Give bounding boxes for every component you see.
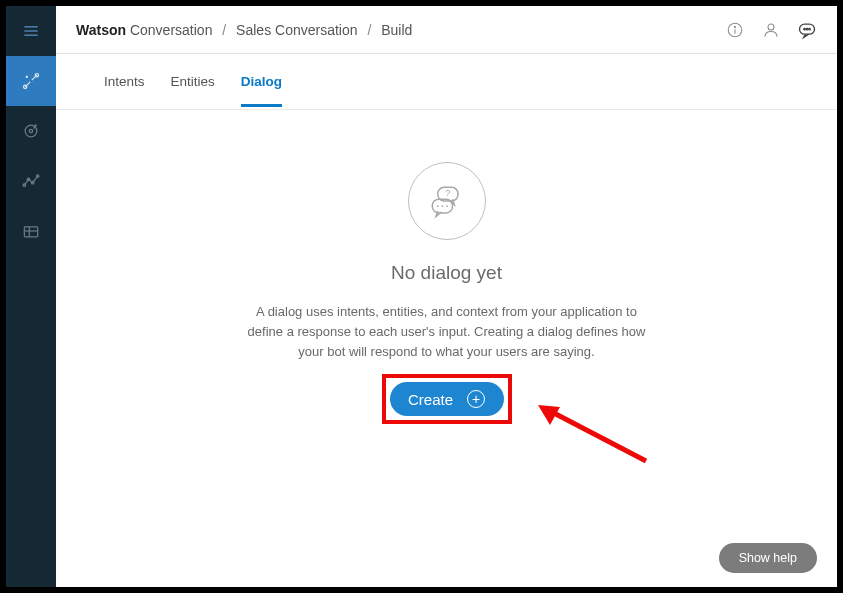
svg-point-7 bbox=[23, 184, 26, 187]
svg-text:?: ? bbox=[445, 188, 450, 198]
svg-point-16 bbox=[734, 26, 735, 27]
show-help-button[interactable]: Show help bbox=[719, 543, 817, 573]
tab-dialog[interactable]: Dialog bbox=[241, 56, 282, 107]
create-button[interactable]: Create + bbox=[390, 382, 504, 416]
svg-point-27 bbox=[446, 205, 448, 207]
sidebar-item-credentials[interactable] bbox=[6, 206, 56, 256]
user-icon[interactable] bbox=[761, 20, 781, 40]
svg-point-19 bbox=[804, 28, 806, 30]
svg-point-6 bbox=[29, 129, 32, 132]
breadcrumb-separator: / bbox=[361, 22, 377, 38]
breadcrumb-separator: / bbox=[216, 22, 232, 38]
empty-state-description: A dialog uses intents, entities, and con… bbox=[247, 302, 647, 362]
app-window: Watson Conversation / Sales Conversation… bbox=[6, 6, 837, 587]
header: Watson Conversation / Sales Conversation… bbox=[56, 6, 837, 54]
create-button-label: Create bbox=[408, 391, 453, 408]
sidebar-item-improve[interactable] bbox=[6, 106, 56, 156]
svg-point-26 bbox=[441, 205, 443, 207]
svg-rect-11 bbox=[24, 227, 37, 237]
svg-point-25 bbox=[436, 205, 438, 207]
sidebar-item-metrics[interactable] bbox=[6, 156, 56, 206]
empty-state-illustration: ? bbox=[408, 162, 486, 240]
breadcrumb: Watson Conversation / Sales Conversation… bbox=[76, 22, 412, 38]
sidebar bbox=[6, 6, 56, 587]
breadcrumb-product-bold: Watson bbox=[76, 22, 126, 38]
empty-state-title: No dialog yet bbox=[391, 262, 502, 284]
create-button-wrapper: Create + bbox=[390, 382, 504, 416]
main-content: ? No dialog yet A dialog uses intents, e… bbox=[56, 110, 837, 587]
chat-icon[interactable] bbox=[797, 20, 817, 40]
header-actions bbox=[725, 20, 817, 40]
tab-entities[interactable]: Entities bbox=[171, 56, 215, 107]
svg-point-20 bbox=[806, 28, 808, 30]
breadcrumb-product-rest: Conversation bbox=[130, 22, 213, 38]
breadcrumb-workspace[interactable]: Sales Conversation bbox=[236, 22, 357, 38]
menu-button[interactable] bbox=[6, 6, 56, 56]
breadcrumb-section: Build bbox=[381, 22, 412, 38]
plus-icon: + bbox=[467, 390, 485, 408]
svg-point-17 bbox=[768, 24, 774, 30]
sidebar-item-build[interactable] bbox=[6, 56, 56, 106]
tabs: Intents Entities Dialog bbox=[56, 54, 837, 110]
tab-intents[interactable]: Intents bbox=[104, 56, 145, 107]
svg-point-21 bbox=[809, 28, 811, 30]
info-icon[interactable] bbox=[725, 20, 745, 40]
